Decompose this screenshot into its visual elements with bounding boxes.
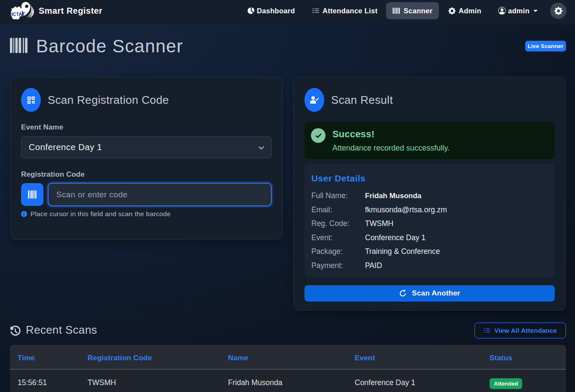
svg-text:ICTAZ: ICTAZ [12,12,25,17]
